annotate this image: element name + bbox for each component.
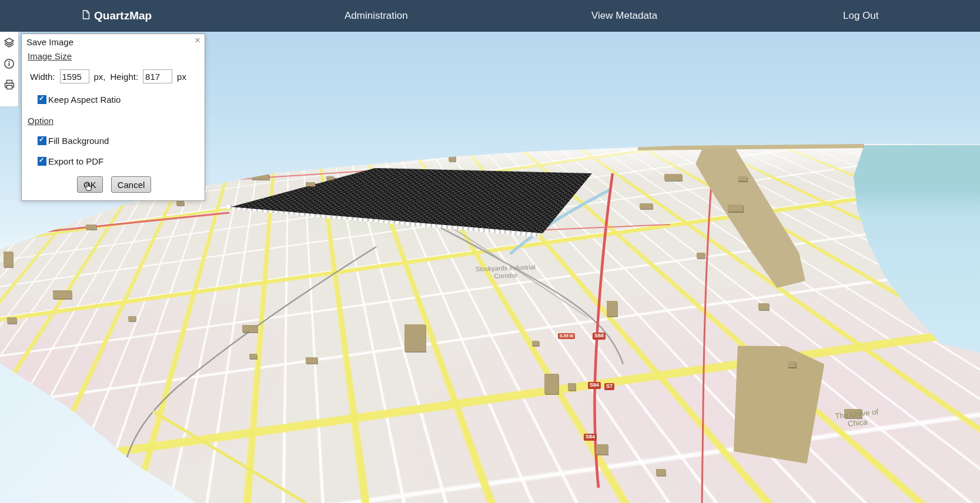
keep-aspect-ratio-checkbox[interactable] (38, 95, 46, 104)
keep-aspect-ratio-label[interactable]: Keep Aspect Ratio (48, 95, 121, 105)
route-marker: S94 (588, 382, 601, 389)
building (242, 325, 257, 332)
nav-item-administration[interactable]: Administration (344, 0, 408, 32)
building (7, 317, 16, 323)
route-marker: S84 (584, 434, 597, 441)
height-label: Height: (111, 72, 139, 82)
info-icon (4, 58, 15, 72)
document-icon (82, 9, 90, 22)
building (607, 301, 617, 316)
width-input[interactable] (60, 69, 89, 83)
layers-icon (4, 37, 15, 51)
app-brand[interactable]: QuartzMap (82, 0, 152, 32)
route-marker: S-55 W (558, 333, 575, 339)
fill-background-row[interactable]: Fill Background (38, 136, 109, 146)
map-area-label: Stockyards Industrial Corridor (473, 263, 539, 280)
map-tools-toolbar (0, 32, 19, 107)
building (176, 201, 184, 205)
height-unit: px (177, 72, 186, 82)
width-label: Width: (30, 72, 55, 82)
building (664, 174, 682, 180)
fill-background-checkbox[interactable] (38, 136, 46, 145)
keep-aspect-ratio-row[interactable]: Keep Aspect Ratio (38, 95, 121, 105)
building (697, 253, 705, 258)
building (788, 361, 796, 367)
image-size-section-link[interactable]: Image Size (28, 51, 72, 61)
building (53, 290, 72, 299)
building (404, 324, 426, 351)
fill-background-label[interactable]: Fill Background (48, 136, 109, 146)
size-inputs-row: Width: px, Height: px (30, 69, 186, 83)
option-section-link[interactable]: Option (28, 116, 53, 126)
building (728, 204, 743, 212)
building (568, 383, 576, 390)
print-icon (4, 79, 15, 93)
building (326, 176, 333, 180)
width-unit: px, (94, 72, 106, 82)
export-to-pdf-label[interactable]: Export to PDF (48, 156, 103, 166)
building (544, 374, 558, 394)
building (306, 357, 317, 363)
cancel-button[interactable]: Cancel (111, 176, 152, 193)
save-image-dialog: Save Image × Image Size Width: px, Heigh… (21, 33, 205, 201)
top-nav-bar: QuartzMap Administration View Metadata L… (0, 0, 980, 32)
building (4, 252, 13, 267)
building (596, 444, 608, 454)
close-icon[interactable]: × (195, 35, 200, 45)
building (86, 224, 96, 229)
app-brand-label: QuartzMap (94, 9, 152, 22)
building (656, 469, 665, 475)
building (306, 182, 315, 186)
layers-tool-button[interactable] (3, 37, 16, 50)
ok-button[interactable]: OK (77, 176, 103, 193)
info-tool-button[interactable] (3, 58, 16, 71)
building (532, 341, 539, 346)
height-input[interactable] (143, 69, 172, 83)
nav-item-log-out[interactable]: Log Out (843, 0, 879, 32)
building (640, 203, 653, 209)
dialog-buttons-row: OK Cancel (77, 176, 151, 193)
nav-item-view-metadata[interactable]: View Metadata (591, 0, 657, 32)
building (128, 316, 136, 321)
export-to-pdf-checkbox[interactable] (38, 157, 46, 166)
building (738, 176, 747, 181)
building (758, 303, 769, 310)
print-tool-button[interactable] (3, 79, 16, 92)
route-marker: S68 (593, 333, 606, 340)
building (249, 354, 257, 358)
route-marker: S7 (604, 383, 614, 390)
dialog-title: Save Image (26, 37, 73, 47)
export-to-pdf-row[interactable]: Export to PDF (38, 156, 103, 166)
